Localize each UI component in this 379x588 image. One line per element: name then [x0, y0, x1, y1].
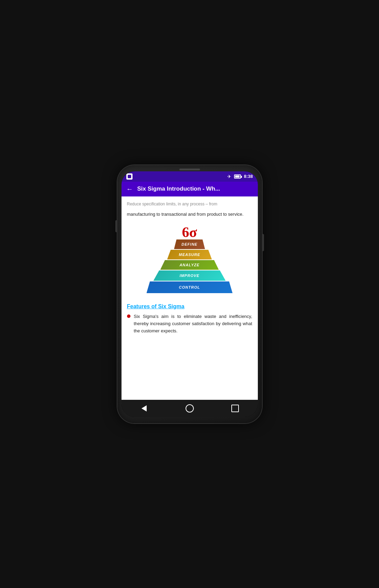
bullet-text: Six Sigma's aim is to eliminate waste an…: [134, 313, 252, 334]
status-right: ✈ 8:38: [227, 174, 253, 179]
nav-recents-button[interactable]: [230, 403, 240, 414]
bullet-dot-icon: [127, 314, 130, 318]
nav-home-button[interactable]: [185, 403, 195, 414]
pyramid-improve: IMPROVE: [154, 270, 226, 281]
battery-icon: [234, 174, 241, 179]
intro-text-main: manufacturing to transactional and from …: [127, 211, 252, 218]
speaker-slot: [179, 169, 200, 170]
intro-text-faded: Reduce specification limits, in any proc…: [127, 201, 252, 208]
phone-screen: ✈ 8:38 ← Six Sigma Introduction - Wh... …: [122, 171, 258, 417]
app-bar-title: Six Sigma Introduction - Wh...: [137, 185, 253, 192]
pyramid-levels: DEFINE MEASURE ANALYZE IMPROVE CONTROL: [147, 239, 233, 294]
pyramid-measure: MEASURE: [167, 250, 212, 259]
power-button: [262, 234, 264, 251]
status-left: [126, 173, 133, 180]
faded-text: Reduce specification limits, in any proc…: [127, 202, 218, 206]
pyramid-define: DEFINE: [174, 239, 205, 249]
content-area[interactable]: Reduce specification limits, in any proc…: [122, 196, 258, 400]
six-sigma-title: 6σ: [147, 225, 233, 239]
nav-bar: [122, 400, 258, 417]
phone-device: ✈ 8:38 ← Six Sigma Introduction - Wh... …: [117, 165, 262, 423]
nav-back-button[interactable]: [139, 403, 149, 414]
features-heading: Features of Six Sigma: [127, 303, 252, 310]
pyramid-analyze: ANALYZE: [160, 260, 219, 270]
pyramid-visual: 6σ DEFINE MEASURE ANALYZE IMPROVE: [147, 225, 233, 294]
back-button[interactable]: ←: [126, 185, 133, 193]
volume-button: [115, 220, 117, 232]
status-time: 8:38: [244, 174, 253, 179]
status-bar: ✈ 8:38: [122, 171, 258, 182]
list-item: Six Sigma's aim is to eliminate waste an…: [127, 313, 252, 334]
dmaic-pyramid-container: 6σ DEFINE MEASURE ANALYZE IMPROVE: [127, 222, 252, 297]
airplane-icon: ✈: [227, 174, 231, 179]
pyramid-control: CONTROL: [147, 281, 233, 293]
app-notification-icon: [126, 173, 133, 180]
features-list: Six Sigma's aim is to eliminate waste an…: [127, 313, 252, 337]
app-bar: ← Six Sigma Introduction - Wh...: [122, 182, 258, 196]
